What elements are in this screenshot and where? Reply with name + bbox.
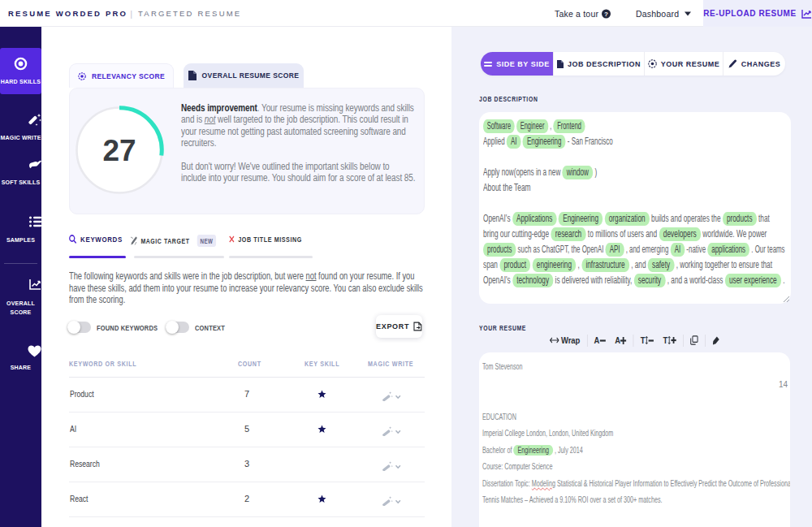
svg-text:27: 27 [102, 134, 136, 167]
